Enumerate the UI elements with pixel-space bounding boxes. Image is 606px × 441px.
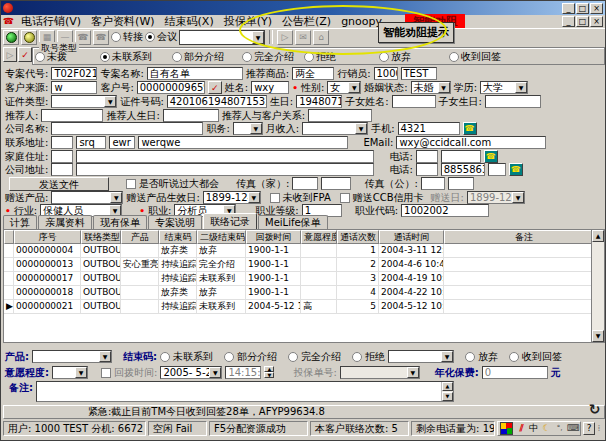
app-tray-icon[interactable]: [500, 422, 513, 435]
tab-relatives[interactable]: 亲属资料: [38, 215, 92, 229]
column-header[interactable]: 备注: [444, 230, 604, 244]
dialtype-option-abandon[interactable]: 放弃: [379, 50, 411, 64]
endcode-reject-radio[interactable]: [352, 352, 362, 362]
table-row[interactable]: 0000000017 OUTBOUND 持续追踪 未联系到 1900-1-1 3…: [4, 272, 604, 286]
table-row-selected[interactable]: ▶ 0000000021 OUTBOUND 持续追踪 未联系到 2004-5-1…: [4, 300, 604, 314]
agent-name-field[interactable]: TEST: [401, 67, 437, 80]
company-address-field-2[interactable]: [76, 163, 374, 176]
id-type-select[interactable]: [51, 95, 117, 108]
remark-scrollbar[interactable]: [441, 382, 453, 401]
project-code-field[interactable]: T02F021A: [51, 67, 97, 80]
scroll-up-button[interactable]: [592, 230, 604, 242]
id-no-field[interactable]: 420106194807153284: [167, 95, 267, 108]
transfer-radio[interactable]: [111, 32, 121, 42]
dialtype-option-partial[interactable]: 部分介绍: [172, 50, 224, 64]
referrer-field[interactable]: [41, 109, 103, 122]
chevron-down-icon[interactable]: [441, 351, 453, 362]
ime-pen-icon[interactable]: [515, 423, 526, 434]
endcode-notreached-radio[interactable]: [160, 352, 170, 362]
chevron-down-icon[interactable]: [99, 351, 111, 362]
radio-icon[interactable]: [242, 52, 252, 62]
home-tel-field-2[interactable]: [441, 150, 481, 163]
gift-date-select[interactable]: 1899-12-30: [203, 191, 261, 204]
table-row[interactable]: 0000000018 OUTBOUND 放弃类 放弃 1900-1-1 4 20…: [4, 286, 604, 300]
recommend-product-field[interactable]: 两全: [292, 67, 334, 80]
forward-button[interactable]: ▷: [277, 30, 293, 45]
time-spinner[interactable]: [264, 366, 274, 379]
scroll-up-button[interactable]: [442, 382, 453, 391]
contact-address-field-3[interactable]: ewr: [109, 136, 135, 149]
reject-reason-select[interactable]: [388, 350, 454, 363]
email-field[interactable]: wxy@ccidcall.com: [396, 136, 546, 149]
column-header[interactable]: 通话次数: [337, 230, 379, 244]
endcode-abandon-radio[interactable]: [465, 352, 475, 362]
help-button[interactable]: ?: [583, 422, 595, 435]
agent-id-field[interactable]: 1000: [374, 67, 398, 80]
scroll-down-button[interactable]: [442, 392, 453, 401]
home-address-field-2[interactable]: [76, 150, 374, 163]
menu-end-code[interactable]: 结束码(X): [160, 14, 219, 29]
verify-customer-button[interactable]: [208, 81, 222, 94]
column-header[interactable]: 二级结束码: [197, 230, 246, 244]
chevron-down-icon[interactable]: [252, 31, 264, 44]
dial-home-button[interactable]: [484, 150, 498, 163]
tab-contact-records[interactable]: 联络记录: [203, 213, 257, 229]
dialtype-option-reject[interactable]: 拒绝: [304, 50, 336, 64]
fax-office-field-1[interactable]: [421, 177, 445, 190]
radio-icon[interactable]: [449, 52, 459, 62]
tab-meilife-policies[interactable]: MeiLife保单: [258, 215, 328, 229]
maximize-button[interactable]: □: [576, 3, 589, 14]
child-close-button[interactable]: ×: [590, 16, 603, 27]
gender-select[interactable]: 女: [327, 81, 361, 94]
job-title-select[interactable]: [233, 122, 263, 135]
column-header[interactable]: 产品: [121, 230, 159, 244]
referrer-birthday-field[interactable]: [163, 109, 219, 122]
home-address-field-1[interactable]: [51, 150, 73, 163]
chevron-down-icon[interactable]: [438, 82, 450, 93]
menu-telemarketing[interactable]: 电话行销(V): [16, 14, 86, 29]
chevron-down-icon[interactable]: [104, 96, 116, 107]
chevron-down-icon[interactable]: [110, 192, 122, 203]
column-header[interactable]: 意愿程度: [301, 230, 337, 244]
chevron-down-icon[interactable]: [407, 367, 419, 378]
project-name-field[interactable]: 自有名单: [147, 67, 243, 80]
conference-radio[interactable]: [145, 32, 155, 42]
column-header[interactable]: 通话时间: [379, 230, 444, 244]
chevron-down-icon[interactable]: [348, 82, 360, 93]
confirm-button[interactable]: [18, 47, 32, 62]
endcode-partial-radio[interactable]: [224, 352, 234, 362]
dial-button[interactable]: [3, 30, 19, 45]
chevron-down-icon[interactable]: [515, 82, 527, 93]
remark-textarea[interactable]: [36, 381, 454, 402]
fax-home-field-2[interactable]: [321, 177, 351, 190]
heard-metlife-checkbox[interactable]: [126, 179, 136, 189]
gift-product-select[interactable]: [51, 191, 123, 204]
premium-field[interactable]: 0: [482, 366, 548, 379]
ccb-checkbox[interactable]: [340, 193, 350, 203]
marriage-select[interactable]: 未婚: [411, 81, 451, 94]
customer-source-field[interactable]: w: [51, 81, 97, 94]
column-header[interactable]: 回拨时间: [246, 230, 301, 244]
name-field[interactable]: wxy: [251, 81, 289, 94]
tab-calculate[interactable]: 计算: [3, 215, 37, 229]
callback-date-select[interactable]: 2005- 5-20: [160, 366, 222, 379]
radio-icon[interactable]: [100, 52, 110, 62]
hangup-button[interactable]: [21, 30, 37, 45]
ime-chinese-indicator[interactable]: 中: [528, 423, 539, 434]
chevron-down-icon[interactable]: [355, 123, 367, 134]
occupation-code-field[interactable]: 1002002: [401, 204, 489, 217]
mobile-field[interactable]: 4321: [398, 122, 460, 135]
menu-bulletin[interactable]: 公告栏(Z): [277, 14, 336, 29]
table-row[interactable]: 0000000004 OUTBOUND 放弃类 放弃 1900-1-1 1 20…: [4, 244, 604, 258]
chevron-down-icon[interactable]: [248, 192, 260, 203]
column-header[interactable]: 结束码: [159, 230, 197, 244]
willingness-select[interactable]: [52, 366, 88, 379]
radio-icon[interactable]: [172, 52, 182, 62]
endcode-full-radio[interactable]: [288, 352, 298, 362]
keyboard-icon[interactable]: [567, 423, 578, 434]
dialtype-option-notdialed[interactable]: 未拨: [35, 50, 67, 64]
scroll-down-button[interactable]: [592, 330, 604, 342]
radio-icon[interactable]: [379, 52, 389, 62]
callback-checkbox[interactable]: [101, 368, 111, 378]
callback-time-field[interactable]: 14:15:: [225, 366, 261, 379]
